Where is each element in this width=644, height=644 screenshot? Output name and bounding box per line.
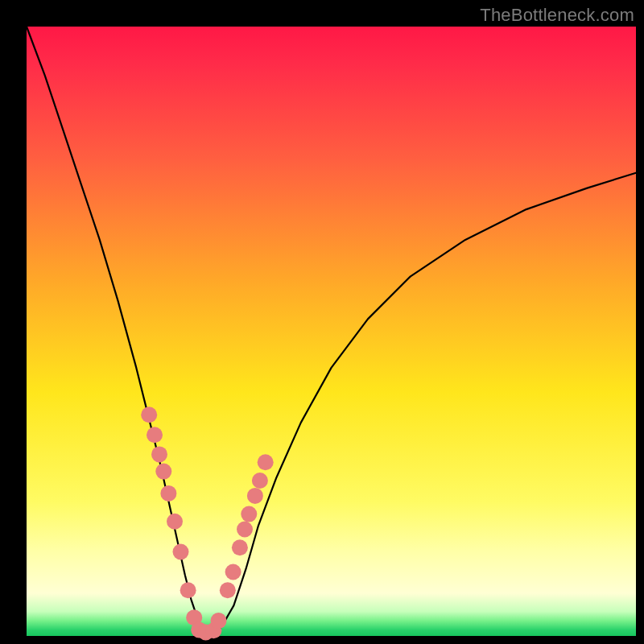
bottleneck-curve [27, 27, 636, 633]
data-point [167, 514, 183, 530]
data-points-group [141, 407, 274, 640]
data-point [225, 564, 242, 580]
watermark-text: TheBottleneck.com [480, 5, 634, 26]
data-point [252, 473, 268, 489]
data-point [232, 539, 248, 555]
data-point [160, 485, 176, 502]
chart-stage: TheBottleneck.com [0, 0, 644, 644]
data-point [237, 522, 253, 538]
data-point [247, 488, 263, 504]
data-point [141, 407, 157, 423]
data-point [241, 506, 257, 522]
data-point [173, 544, 189, 560]
data-point [155, 464, 171, 480]
data-point [258, 454, 274, 470]
chart-svg [27, 27, 636, 636]
plot-area [27, 27, 636, 636]
data-point [180, 582, 196, 598]
data-point [220, 582, 236, 598]
data-point [211, 613, 227, 629]
data-point [151, 446, 167, 462]
data-point [147, 427, 163, 443]
